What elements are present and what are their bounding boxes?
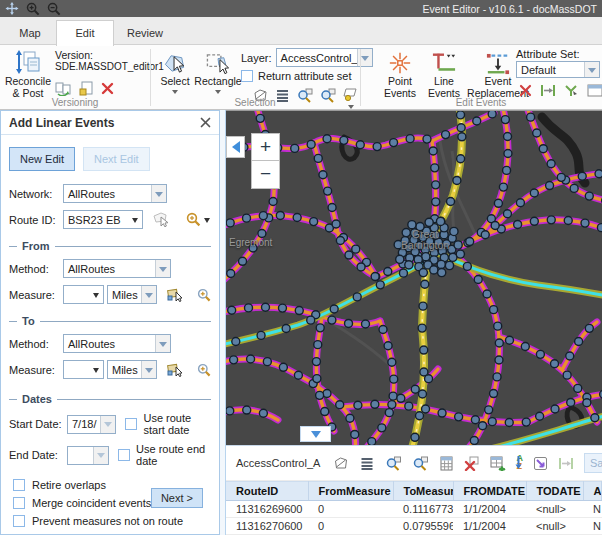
close-panel-icon[interactable] bbox=[200, 117, 211, 128]
reconcile-post-button[interactable]: Reconcile & Post bbox=[2, 47, 54, 99]
layer-combo[interactable]: AccessControl_A bbox=[276, 48, 373, 67]
dates-section-rule: Dates bbox=[9, 393, 211, 405]
network-label: Network: bbox=[9, 188, 63, 200]
from-measure-combo[interactable] bbox=[63, 285, 104, 304]
pan-icon[interactable] bbox=[5, 2, 19, 15]
split-event-icon[interactable] bbox=[519, 84, 532, 97]
merge-coincident-label: Merge coincident events bbox=[32, 497, 151, 509]
table-add-record-icon[interactable] bbox=[490, 456, 506, 471]
zoom-in-icon[interactable] bbox=[26, 2, 40, 16]
table-identify-icon[interactable] bbox=[533, 456, 548, 471]
return-attribute-set-checkbox[interactable] bbox=[241, 70, 253, 82]
end-date-combo[interactable] bbox=[67, 446, 109, 465]
start-date-combo-arrow[interactable] bbox=[100, 416, 115, 433]
map-zoom-out-button[interactable]: − bbox=[251, 161, 280, 189]
next-edit-button[interactable]: Next Edit bbox=[83, 147, 150, 171]
from-measure-label: Measure: bbox=[9, 289, 63, 301]
zoom-out-icon[interactable] bbox=[47, 2, 61, 16]
col-tomeasure[interactable]: ToMeasure bbox=[393, 482, 453, 501]
point-events-button[interactable]: Point Events bbox=[377, 47, 423, 99]
col-ac[interactable]: AC bbox=[583, 482, 602, 501]
table-clear-selection-icon[interactable] bbox=[464, 456, 480, 471]
end-date-label: End Date: bbox=[9, 449, 67, 461]
attribute-table-toolbar: AccessControl_A A bbox=[226, 446, 602, 481]
network-combo-arrow[interactable] bbox=[151, 185, 166, 202]
table-calculate-icon[interactable] bbox=[439, 456, 454, 471]
table-layer-name[interactable]: AccessControl_A bbox=[236, 457, 320, 469]
attribute-set-combo-arrow[interactable] bbox=[584, 62, 599, 77]
col-routeid[interactable]: RouteID bbox=[226, 482, 308, 501]
to-units-combo-arrow[interactable] bbox=[141, 361, 156, 378]
event-attributes-window-icon[interactable] bbox=[587, 84, 602, 97]
new-version-icon[interactable] bbox=[79, 81, 94, 96]
col-fromdate[interactable]: FROMDATE bbox=[453, 482, 526, 501]
to-zoom-icon[interactable] bbox=[197, 363, 211, 377]
collapse-left-panel-button[interactable] bbox=[226, 136, 245, 158]
tab-review[interactable]: Review bbox=[114, 22, 176, 45]
col-todate[interactable]: TODATE bbox=[526, 482, 583, 501]
col-frommeasure[interactable]: FromMeasure bbox=[308, 482, 393, 501]
attribute-set-label: Attribute Set: bbox=[516, 48, 580, 60]
select-dropdown-caret[interactable] bbox=[172, 90, 178, 97]
use-route-end-date-checkbox[interactable] bbox=[118, 449, 130, 461]
table-select-polygon-icon[interactable] bbox=[333, 456, 349, 471]
to-units-combo[interactable]: Miles bbox=[107, 360, 157, 379]
collapse-bottom-panel-button[interactable] bbox=[300, 426, 331, 442]
line-events-icon bbox=[423, 47, 465, 75]
ribbon-tabbar: Map Edit Review bbox=[0, 17, 602, 45]
route-id-combo[interactable]: BSR23 EB bbox=[63, 210, 143, 229]
line-events-button[interactable]: Line Events bbox=[423, 47, 465, 99]
layer-label: Layer: bbox=[241, 52, 272, 64]
retire-overlaps-checkbox[interactable] bbox=[13, 479, 25, 491]
route-id-combo-arrow[interactable] bbox=[128, 211, 142, 228]
from-units-combo[interactable]: Miles bbox=[107, 285, 157, 304]
table-measure-icon[interactable] bbox=[558, 457, 574, 470]
panel-title: Add Linear Events bbox=[9, 116, 114, 130]
rectangle-select-button[interactable]: Rectangle bbox=[193, 47, 243, 97]
tab-edit[interactable]: Edit bbox=[56, 20, 114, 46]
select-button[interactable]: Select bbox=[153, 47, 197, 97]
new-edit-button[interactable]: New Edit bbox=[9, 147, 75, 171]
delete-version-icon[interactable] bbox=[101, 82, 114, 95]
map-zoom-in-button[interactable]: + bbox=[251, 133, 280, 161]
table-sort-icon[interactable]: A Z bbox=[516, 455, 523, 471]
table-row[interactable]: 11316269600 0 0.1116773 1/1/2004 <null> … bbox=[226, 501, 602, 518]
start-date-combo[interactable]: 7/18/ bbox=[67, 415, 116, 434]
map-canvas[interactable] bbox=[226, 111, 602, 445]
from-zoom-icon[interactable] bbox=[197, 288, 211, 302]
rectangle-tool-icon bbox=[193, 47, 243, 75]
measure-event-icon[interactable] bbox=[540, 84, 556, 97]
from-units-combo-arrow[interactable] bbox=[141, 286, 156, 303]
snap-event-icon[interactable] bbox=[564, 84, 579, 97]
collapse-down-icon bbox=[311, 431, 321, 443]
from-method-label: Method: bbox=[9, 263, 63, 275]
to-measure-combo-arrow[interactable] bbox=[89, 361, 103, 378]
use-route-start-date-label: Use route start date bbox=[143, 412, 211, 436]
end-date-combo-arrow[interactable] bbox=[93, 447, 108, 464]
network-combo[interactable]: AllRoutes bbox=[63, 184, 167, 203]
refresh-version-icon[interactable] bbox=[55, 81, 72, 96]
rectangle-dropdown-caret[interactable] bbox=[215, 90, 221, 97]
to-measure-on-map-icon[interactable] bbox=[167, 363, 183, 377]
tab-map[interactable]: Map bbox=[4, 22, 56, 45]
table-row[interactable]: 11316270600 0 0.0795596 1/1/2004 <null> … bbox=[226, 518, 602, 535]
table-zoom-selected-icon[interactable] bbox=[385, 456, 402, 471]
from-measure-combo-arrow[interactable] bbox=[89, 286, 103, 303]
from-method-combo-arrow[interactable] bbox=[155, 260, 170, 277]
zoom-route-caret[interactable] bbox=[204, 218, 210, 226]
attribute-set-combo[interactable]: Default bbox=[516, 61, 600, 78]
to-method-combo-arrow[interactable] bbox=[155, 335, 170, 352]
select-route-on-map-icon[interactable] bbox=[153, 212, 170, 227]
from-measure-on-map-icon[interactable] bbox=[167, 288, 183, 302]
table-pan-selected-icon[interactable] bbox=[412, 456, 429, 471]
to-method-combo[interactable]: AllRoutes bbox=[63, 334, 171, 353]
zoom-to-route-button[interactable] bbox=[186, 212, 210, 227]
prevent-measures-checkbox[interactable] bbox=[13, 515, 25, 527]
next-button[interactable]: Next > bbox=[151, 488, 203, 508]
table-list-icon[interactable] bbox=[359, 456, 375, 471]
use-route-start-date-checkbox[interactable] bbox=[125, 418, 137, 430]
save-button[interactable]: Sa bbox=[584, 453, 602, 473]
from-method-combo[interactable]: AllRoutes bbox=[63, 259, 171, 278]
to-measure-combo[interactable] bbox=[63, 360, 104, 379]
merge-coincident-checkbox[interactable] bbox=[13, 497, 25, 509]
